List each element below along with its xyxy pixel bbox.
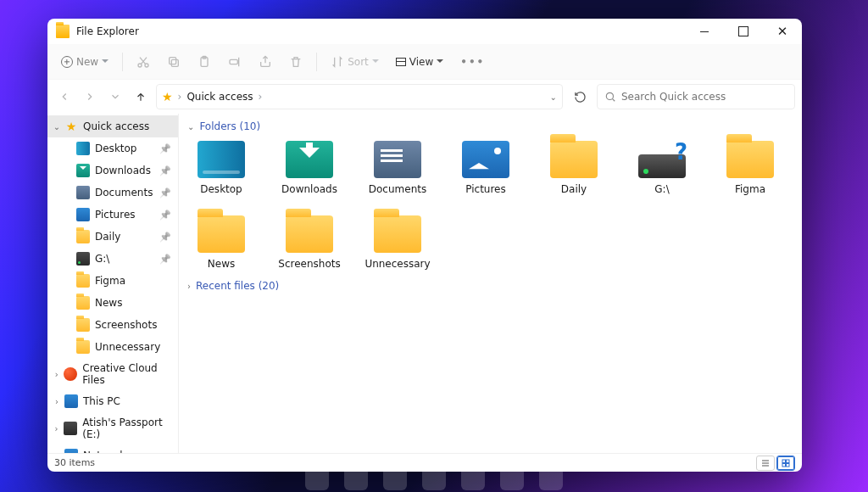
- group-label: Folders (10): [199, 120, 260, 132]
- sidebar-item-label: Figma: [95, 275, 125, 287]
- body: ⌄★Quick accessDesktop📌Downloads📌Document…: [47, 114, 802, 453]
- more-button[interactable]: •••: [453, 49, 492, 75]
- navigation-pane: ⌄★Quick accessDesktop📌Downloads📌Document…: [47, 114, 179, 453]
- sidebar-item-desktop[interactable]: Desktop📌: [47, 137, 178, 159]
- title-bar[interactable]: File Explorer ✕: [47, 19, 802, 44]
- sidebar-root-this-pc[interactable]: ›This PC: [47, 390, 178, 412]
- copy-button[interactable]: [160, 49, 187, 75]
- paste-button[interactable]: [191, 49, 218, 75]
- share-button[interactable]: [252, 49, 279, 75]
- sidebar-root-atish-s-passport-e-[interactable]: ›Atish's Passport (E:): [47, 417, 178, 439]
- desktop-icon: [198, 141, 245, 178]
- chevron-right-icon: ›: [51, 397, 63, 406]
- sidebar-item-figma[interactable]: Figma: [47, 270, 178, 292]
- pin-icon: 📌: [159, 165, 171, 176]
- tile-label: Desktop: [200, 183, 242, 195]
- cut-icon: [136, 55, 150, 69]
- sidebar-item-screenshots[interactable]: Screenshots: [47, 314, 178, 336]
- search-input[interactable]: [621, 91, 787, 103]
- chevron-right-icon: ›: [51, 370, 62, 379]
- tile-g-[interactable]: ?G:\: [630, 141, 694, 195]
- sidebar-item-pictures[interactable]: Pictures📌: [47, 204, 178, 226]
- sidebar-item-downloads[interactable]: Downloads📌: [47, 159, 178, 182]
- folder-icon: [76, 340, 90, 354]
- star-icon: ★: [162, 90, 173, 103]
- forward-button[interactable]: [80, 85, 100, 109]
- sidebar-item-daily[interactable]: Daily📌: [47, 226, 178, 248]
- pin-icon: 📌: [159, 232, 171, 243]
- paste-icon: [198, 55, 211, 69]
- svg-rect-3: [170, 57, 176, 64]
- sidebar-item-label: Documents: [95, 187, 153, 198]
- sidebar-root-network[interactable]: ›Network: [47, 444, 178, 453]
- folder-icon: [286, 215, 333, 253]
- sidebar-item-label: Screenshots: [95, 319, 157, 331]
- tile-screenshots[interactable]: Screenshots: [277, 215, 342, 270]
- window-controls: ✕: [685, 19, 802, 44]
- sidebar-item-label: Pictures: [95, 209, 136, 221]
- tile-figma[interactable]: Figma: [718, 141, 782, 195]
- rename-icon: [228, 55, 242, 69]
- back-button[interactable]: [54, 85, 75, 109]
- tile-unnecessary[interactable]: Unnecessary: [365, 215, 430, 270]
- pin-icon: 📌: [159, 143, 171, 154]
- recent-locations-button[interactable]: [105, 85, 125, 109]
- sidebar-item-unnecessary[interactable]: Unnecessary: [47, 336, 178, 358]
- refresh-button[interactable]: [568, 91, 592, 103]
- folder-icon: [726, 141, 774, 178]
- breadcrumb-dropdown[interactable]: ⌄: [550, 92, 557, 102]
- new-button[interactable]: New: [54, 49, 115, 75]
- cc-icon: [64, 367, 77, 381]
- cut-button[interactable]: [130, 49, 157, 75]
- sidebar-item-documents[interactable]: Documents📌: [47, 182, 178, 204]
- up-button[interactable]: [131, 85, 151, 109]
- drive-icon: ?: [638, 154, 686, 178]
- folder-icon: [76, 230, 90, 243]
- tile-downloads[interactable]: Downloads: [277, 141, 342, 195]
- search-icon: [604, 91, 616, 103]
- close-button[interactable]: ✕: [763, 19, 802, 44]
- new-label: New: [76, 56, 98, 68]
- minimize-button[interactable]: [685, 19, 724, 44]
- tile-news[interactable]: News: [189, 215, 253, 270]
- breadcrumb[interactable]: ★ › Quick access › ⌄: [156, 84, 563, 109]
- sidebar-item-label: Atish's Passport (E:): [82, 417, 178, 440]
- tile-label: Downloads: [281, 183, 337, 195]
- sidebar-root-creative-cloud-files[interactable]: ›Creative Cloud Files: [47, 363, 178, 385]
- tile-daily[interactable]: Daily: [542, 141, 606, 195]
- maximize-button[interactable]: [724, 19, 763, 44]
- desktop-icon: [76, 142, 90, 155]
- svg-rect-8: [782, 460, 786, 463]
- sidebar-item-news[interactable]: News: [47, 292, 178, 314]
- search-box[interactable]: [597, 84, 795, 109]
- breadcrumb-item[interactable]: Quick access: [186, 91, 253, 103]
- separator: [122, 53, 123, 71]
- down-icon: [76, 164, 90, 177]
- pin-icon: 📌: [159, 210, 171, 221]
- tile-label: Pictures: [465, 183, 506, 195]
- svg-point-7: [606, 92, 613, 99]
- sidebar-item-label: Quick access: [83, 120, 149, 132]
- folder-icon: [76, 296, 90, 310]
- group-header-recent[interactable]: › Recent files (20): [187, 280, 795, 292]
- tile-label: Figma: [735, 183, 765, 195]
- view-icon: [396, 58, 406, 66]
- tile-pictures[interactable]: Pictures: [453, 141, 518, 195]
- rename-button[interactable]: [221, 49, 248, 75]
- chevron-down-icon: [102, 59, 108, 66]
- sort-button[interactable]: Sort: [324, 49, 386, 75]
- sidebar-item-quick-access[interactable]: ⌄★Quick access: [47, 115, 178, 137]
- view-button[interactable]: View: [389, 49, 450, 75]
- star-icon: ★: [64, 120, 78, 133]
- tile-documents[interactable]: Documents: [365, 141, 430, 195]
- content-pane[interactable]: ⌄ Folders (10) DesktopDownloadsDocuments…: [179, 114, 802, 453]
- question-icon: ?: [675, 139, 687, 165]
- window-title: File Explorer: [76, 25, 139, 37]
- group-header-folders[interactable]: ⌄ Folders (10): [187, 120, 795, 132]
- tile-desktop[interactable]: Desktop: [189, 141, 253, 195]
- more-icon: •••: [460, 56, 485, 68]
- sidebar-item-g-[interactable]: G:\📌: [47, 248, 178, 270]
- sidebar-item-label: Creative Cloud Files: [82, 362, 178, 386]
- folder-icon: [550, 141, 598, 178]
- delete-button[interactable]: [282, 49, 309, 75]
